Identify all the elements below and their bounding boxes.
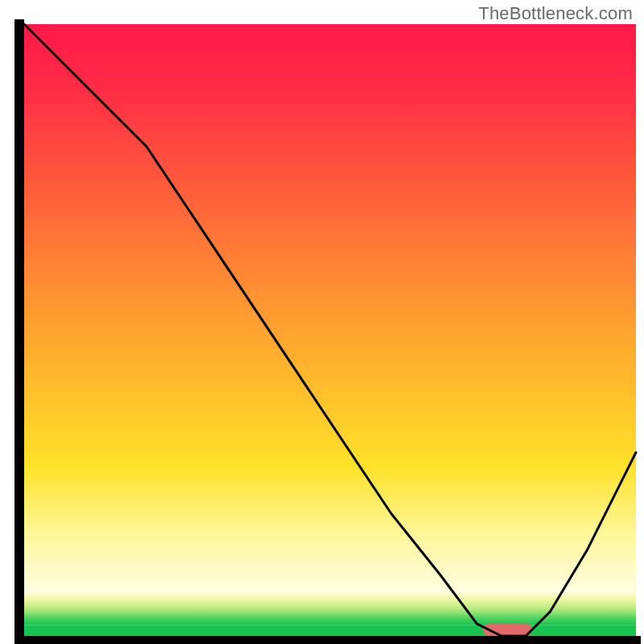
watermark-text: TheBottleneck.com [478, 3, 633, 24]
svg-rect-1 [24, 592, 636, 625]
svg-rect-4 [14, 19, 24, 644]
chart-svg [0, 0, 644, 644]
svg-rect-5 [14, 636, 641, 644]
svg-rect-2 [24, 625, 636, 636]
svg-rect-0 [24, 24, 636, 592]
bottleneck-chart [0, 0, 644, 644]
